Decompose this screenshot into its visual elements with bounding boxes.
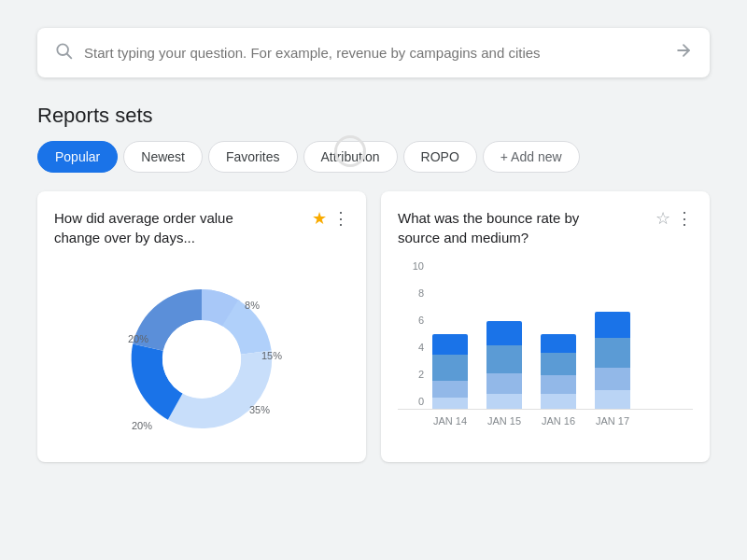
bar-seg-jan17-3 (595, 338, 630, 368)
donut-label-8: 8% (245, 300, 260, 311)
x-label-jan16: JAN 16 (540, 415, 577, 427)
bar-seg-jan14-4 (432, 334, 468, 355)
bar-seg-jan15-1 (486, 394, 522, 409)
card1-more-icon[interactable]: ⋮ (332, 208, 349, 229)
bar-seg-jan16-2 (541, 375, 576, 394)
bar-stack-jan14 (432, 334, 468, 409)
bar-seg-jan16-3 (541, 353, 576, 375)
donut-label-20a: 20% (132, 420, 152, 431)
x-label-jan17: JAN 17 (594, 415, 631, 427)
y-label-4: 4 (398, 342, 424, 353)
x-axis-labels: JAN 14 JAN 15 JAN 16 JAN 17 (398, 415, 693, 427)
tab-popular[interactable]: Popular (37, 141, 118, 173)
card-order-value: How did average order value change over … (37, 191, 366, 462)
tab-spinner (334, 135, 366, 167)
card2-title: What was the bounce rate by source and m… (398, 208, 613, 247)
search-submit-button[interactable] (665, 41, 693, 64)
bar-stack-jan16 (541, 334, 576, 409)
card2-more-icon[interactable]: ⋮ (676, 208, 693, 229)
card2-star-icon[interactable]: ☆ (655, 208, 670, 229)
x-label-jan15: JAN 15 (486, 415, 523, 427)
tab-newest[interactable]: Newest (123, 141, 203, 173)
tab-favorites[interactable]: Favorites (208, 141, 298, 173)
bar-stack-jan17 (595, 312, 630, 409)
search-icon (54, 41, 73, 64)
bar-seg-jan14-1 (432, 398, 468, 409)
card1-header: How did average order value change over … (54, 208, 349, 247)
tab-ropo[interactable]: ROPO (403, 141, 477, 173)
card2-chart: 10 8 6 4 2 0 (398, 257, 693, 427)
y-label-10: 10 (398, 260, 424, 272)
bar-seg-jan14-2 (432, 381, 468, 398)
bar-seg-jan14-3 (432, 355, 468, 381)
y-label-8: 8 (398, 287, 424, 299)
bar-seg-jan15-3 (486, 345, 522, 373)
donut-label-35: 35% (249, 404, 270, 415)
donut-hole (162, 320, 241, 399)
filter-tabs: Popular Newest Favorites Attribution ROP… (37, 141, 710, 173)
bar-seg-jan16-1 (541, 394, 576, 409)
search-bar (37, 28, 710, 77)
bar-seg-jan17-4 (595, 312, 630, 338)
bar-seg-jan17-1 (595, 390, 630, 409)
bar-seg-jan17-2 (595, 368, 630, 390)
cards-row: How did average order value change over … (37, 191, 710, 462)
y-axis-labels: 10 8 6 4 2 0 (398, 260, 424, 409)
card2-header: What was the bounce rate by source and m… (398, 208, 693, 247)
tab-add-new[interactable]: + Add new (483, 141, 580, 173)
bar-group-jan16 (540, 334, 577, 409)
card1-star-icon[interactable]: ★ (312, 208, 327, 229)
card1-title: How did average order value change over … (54, 208, 269, 247)
bar-chart-area: 10 8 6 4 2 0 (398, 260, 693, 410)
card-bounce-rate: What was the bounce rate by source and m… (381, 191, 710, 462)
y-label-2: 2 (398, 369, 424, 380)
reports-heading: Reports sets (37, 104, 710, 128)
card2-actions: ☆ ⋮ (655, 208, 693, 229)
y-label-6: 6 (398, 315, 424, 326)
card1-actions: ★ ⋮ (312, 208, 349, 229)
bar-group-jan15 (486, 321, 523, 409)
search-input[interactable] (84, 45, 665, 61)
x-label-jan14: JAN 14 (431, 415, 469, 427)
bar-seg-jan16-4 (541, 334, 576, 353)
svg-line-1 (67, 54, 72, 59)
page-wrapper: Reports sets Popular Newest Favorites At… (0, 0, 747, 481)
bar-seg-jan15-4 (486, 321, 522, 345)
card1-chart: 8% 15% 35% 20% 20% (54, 257, 349, 462)
bar-seg-jan15-2 (486, 373, 522, 394)
y-label-0: 0 (398, 396, 424, 407)
bar-group-jan14 (431, 334, 469, 409)
donut-label-15: 15% (261, 350, 282, 361)
donut-label-20b: 20% (128, 333, 148, 344)
bar-stack-jan15 (486, 321, 522, 409)
bar-group-jan17 (594, 312, 631, 409)
